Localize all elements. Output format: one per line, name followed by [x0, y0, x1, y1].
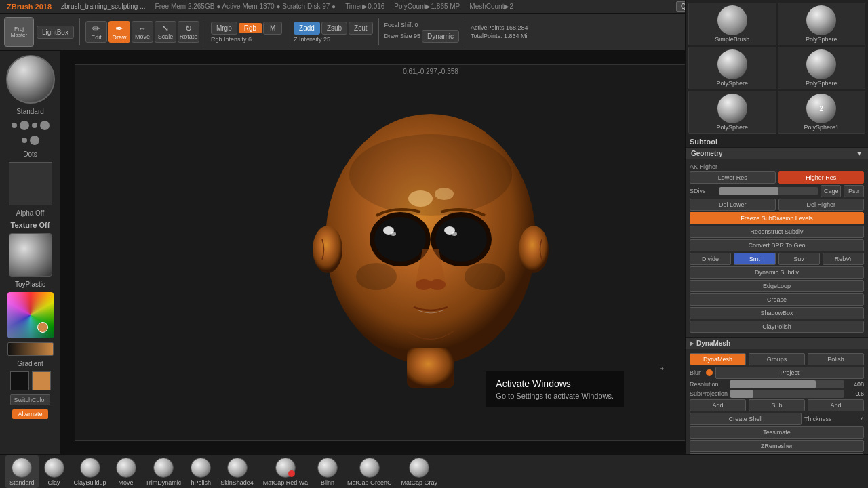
brush-clay[interactable]: Clay [40, 455, 68, 488]
dynamesh-button[interactable]: DynaMesh [690, 353, 746, 365]
sdiv-fill [719, 187, 778, 195]
head-model [288, 107, 573, 399]
m-button[interactable]: M [263, 22, 282, 35]
lightbox-button[interactable]: LightBox [37, 26, 74, 39]
pstr-button[interactable]: Pstr [844, 185, 864, 197]
create-shell-button[interactable]: Create Shell [690, 413, 802, 425]
polysphere1-cell[interactable]: 2 PolySphere1 [778, 91, 866, 134]
brush-matcap-gray[interactable]: MatCap Gray [397, 455, 442, 488]
mrgb-button[interactable]: Mrgb [211, 22, 237, 35]
polysphere-cell-1[interactable]: PolySphere [778, 3, 866, 45]
draw-button[interactable]: ✒ Draw [108, 21, 130, 43]
zcut-button[interactable]: Zcut [349, 22, 372, 35]
del-higher-button[interactable]: Del Higher [778, 199, 865, 211]
brush-blinn[interactable]: Blinn [313, 455, 342, 488]
dot-pattern[interactable] [10, 119, 51, 146]
color-picker[interactable] [7, 292, 54, 338]
title-text: ZBrush 2018 [3, 1, 56, 12]
convert-bpr-button[interactable]: Convert BPR To Geo [690, 239, 864, 251]
simple-brush-cell[interactable]: SimpleBrush [688, 3, 776, 45]
zsub-button[interactable]: Zsub [321, 22, 347, 35]
brush-matcap-greenc[interactable]: MatCap GreenC [343, 455, 396, 488]
reconstruct-subdiv-button[interactable]: Reconstruct Subdiv [690, 226, 864, 238]
scale-button[interactable]: ⤡ Scale [155, 21, 176, 43]
polysphere1-icon: 2 [806, 94, 836, 123]
crosshair: + [660, 365, 664, 372]
brush-icon-9 [359, 458, 380, 478]
resolution-track[interactable] [730, 380, 844, 388]
shadowbox-button[interactable]: ShadowBox [690, 307, 864, 319]
sdiv-track[interactable] [719, 187, 818, 195]
polysphere-icon-2 [717, 49, 747, 79]
suv-button[interactable]: Suv [778, 253, 820, 265]
dot-2 [20, 121, 29, 130]
dynamic-subdiv-button[interactable]: Dynamic Subdiv [690, 266, 864, 279]
freeze-row: Freeze SubDivision Levels [690, 212, 864, 224]
zremesher-button[interactable]: ZRemesher [690, 440, 864, 452]
cage-button[interactable]: Cage [821, 185, 841, 197]
del-lower-button[interactable]: Del Lower [690, 199, 776, 211]
blur-checkbox[interactable] [706, 369, 713, 376]
subprojection-fill [730, 390, 753, 398]
subprojection-track[interactable] [730, 390, 844, 398]
subtool-label: Subtool [690, 138, 717, 146]
subtitle-text: zbrush_training_sculpting ... [57, 1, 150, 12]
svg-point-5 [435, 217, 487, 262]
points-section: ActivePoints 168,284 TotalPoints: 1.834 … [471, 24, 529, 39]
dynamesh-triangle [690, 341, 694, 346]
dynamic-button[interactable]: Dynamic [422, 30, 459, 43]
create-shell-row: Create Shell Thickness 4 [690, 413, 864, 425]
edgeloop-button[interactable]: EdgeLoop [690, 280, 864, 292]
zadd-button[interactable]: Zadd [294, 22, 320, 35]
sep3 [288, 18, 288, 45]
divide-button[interactable]: Divide [690, 253, 731, 265]
polysphere-cell-3[interactable]: PolySphere [778, 47, 866, 89]
projection-master-btn[interactable]: ProjMaster [4, 17, 34, 47]
alpha-swatch[interactable] [9, 162, 52, 205]
sub-button[interactable]: Sub [749, 399, 805, 411]
brush-matcap-red-wa[interactable]: MatCap Red Wa [259, 455, 312, 488]
dot-6 [30, 136, 39, 145]
and-button[interactable]: And [808, 399, 864, 411]
simple-brush-label: SimpleBrush [715, 36, 749, 43]
rgb-button[interactable]: Rgb [239, 23, 262, 33]
move-button[interactable]: ↔ Move [132, 21, 153, 43]
freeze-subdiv-button[interactable]: Freeze SubDivision Levels [690, 212, 864, 224]
claypolish-button[interactable]: ClayPolish [690, 321, 864, 333]
geometry-header[interactable]: Geometry ▼ [686, 148, 868, 159]
brush-icon-0 [12, 458, 32, 478]
groups-button[interactable]: Groups [749, 353, 805, 365]
alternate-button[interactable]: Alternate [12, 409, 47, 419]
projection-section: ProjMaster [4, 17, 34, 47]
brush-move[interactable]: Move [112, 455, 140, 488]
zremesher-row: ZRemesher [690, 440, 864, 452]
brush-swatch[interactable] [6, 55, 55, 104]
polish-button[interactable]: Polish [808, 353, 864, 365]
swatch-black[interactable] [10, 371, 29, 390]
svg-point-4 [374, 217, 426, 262]
dynamesh-header[interactable]: DynaMesh [686, 338, 868, 349]
brush-trimdynamic[interactable]: TrimDynamic [142, 455, 186, 488]
brush-hpolish[interactable]: hPolish [186, 455, 215, 488]
lower-res-button[interactable]: Lower Res [690, 171, 776, 184]
rotate-button[interactable]: ↻ Rotate [178, 21, 199, 43]
brush-name-2: ClayBuildup [74, 479, 106, 486]
smt-button[interactable]: Smt [734, 253, 775, 265]
gradient-bar[interactable] [7, 342, 54, 356]
brush-standard[interactable]: Standard [5, 455, 39, 488]
swatch-orange[interactable] [32, 371, 51, 390]
polysphere-cell-2[interactable]: PolySphere [688, 47, 776, 89]
brush-skinshade4[interactable]: SkinShade4 [216, 455, 258, 488]
brush-claybuildup[interactable]: ClayBuildup [70, 455, 111, 488]
polysphere-cell-4[interactable]: PolySphere [688, 91, 776, 134]
higher-res-button[interactable]: Higher Res [778, 171, 865, 184]
project-button[interactable]: Project [715, 367, 864, 379]
material-swatch[interactable] [9, 233, 52, 277]
rebvr-button[interactable]: RebVr [823, 253, 864, 265]
simple-brush-icon [717, 5, 747, 35]
crease-button[interactable]: Crease [690, 293, 864, 306]
edit-button[interactable]: ✏ Edit [85, 21, 107, 43]
tessimate-button[interactable]: Tessimate [690, 426, 864, 439]
add-button[interactable]: Add [690, 399, 746, 411]
switch-color-button[interactable]: SwitchColor [10, 394, 50, 405]
